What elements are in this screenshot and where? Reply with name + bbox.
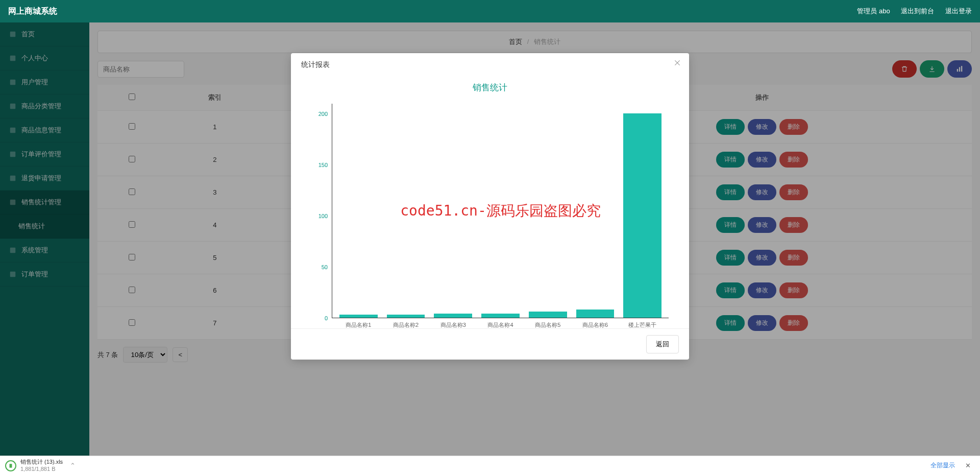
chart-title: 销售统计 [311, 82, 669, 93]
chart-bar [623, 113, 662, 318]
y-tick: 50 [322, 264, 328, 270]
app-title: 网上商城系统 [8, 6, 57, 17]
to-front-link[interactable]: 退出到前台 [901, 7, 934, 15]
bar-label: 楼上芒果干 [622, 321, 663, 329]
header-right: 管理员 abo 退出到前台 退出登录 [848, 7, 972, 16]
modal-footer: 返回 [291, 328, 689, 360]
bar-column: 楼上芒果干 [623, 104, 662, 318]
bar-column: 商品名称6 [576, 104, 615, 318]
modal-close-button[interactable] [674, 59, 681, 66]
y-tick: 200 [318, 111, 328, 117]
chart-y-axis: 050100150200 [311, 104, 332, 318]
chart-bar [481, 314, 520, 318]
app-header: 网上商城系统 管理员 abo 退出到前台 退出登录 [0, 0, 980, 22]
chart-area: 050100150200 code51.cn-源码乐园盗图必究 商品名称1商品名… [311, 104, 669, 318]
bar-column: 商品名称4 [481, 104, 520, 318]
bar-column: 商品名称1 [339, 104, 378, 318]
close-icon [674, 59, 681, 66]
bar-column: 商品名称2 [387, 104, 425, 318]
chart-bar [576, 310, 615, 318]
bar-label: 商品名称3 [433, 321, 474, 329]
y-tick: 0 [325, 315, 328, 321]
y-tick: 150 [318, 162, 328, 168]
chart-bar [387, 315, 425, 318]
modal-title: 统计报表 [291, 53, 689, 77]
bar-label: 商品名称6 [575, 321, 616, 329]
bar-column: 商品名称5 [529, 104, 567, 318]
bar-label: 商品名称4 [480, 321, 521, 329]
stats-modal: 统计报表 销售统计 050100150200 code51.cn-源码乐园盗图必… [291, 53, 689, 360]
bar-label: 商品名称5 [527, 321, 568, 329]
chart-bar [339, 315, 378, 318]
chart-bar [434, 314, 472, 318]
back-button[interactable]: 返回 [646, 335, 679, 353]
modal-body: 销售统计 050100150200 code51.cn-源码乐园盗图必究 商品名… [291, 77, 689, 328]
bar-column: 商品名称3 [434, 104, 472, 318]
chart-plot: code51.cn-源码乐园盗图必究 商品名称1商品名称2商品名称3商品名称4商… [332, 104, 669, 318]
logout-link[interactable]: 退出登录 [945, 7, 972, 15]
bar-label: 商品名称1 [338, 321, 379, 329]
admin-link[interactable]: 管理员 abo [857, 7, 890, 15]
chart-bar [529, 312, 567, 318]
bar-label: 商品名称2 [385, 321, 426, 329]
y-tick: 100 [318, 213, 328, 219]
modal-overlay[interactable]: 统计报表 销售统计 050100150200 code51.cn-源码乐园盗图必… [0, 22, 980, 456]
